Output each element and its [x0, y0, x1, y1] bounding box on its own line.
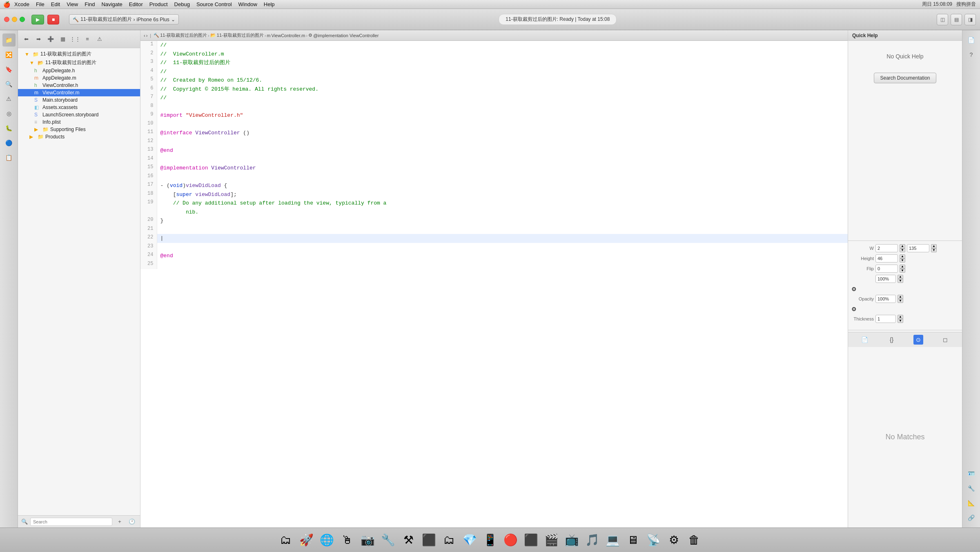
code-content[interactable]: // [157, 67, 848, 76]
menu-xcode[interactable]: Xcode [14, 1, 29, 7]
code-content[interactable]: // [157, 41, 848, 50]
percent1-input[interactable] [875, 275, 896, 283]
obj-lib-icon[interactable]: ⊙ [913, 335, 923, 345]
file-inspector-tab[interactable]: 📄 [965, 33, 978, 47]
code-content[interactable] [157, 138, 848, 147]
menu-source-control[interactable]: Source Control [196, 1, 232, 7]
log-navigator-tab[interactable]: 📋 [2, 151, 16, 164]
dock-app1[interactable]: 🗂 [440, 531, 459, 550]
menu-help[interactable]: Help [264, 1, 275, 7]
viewcontroller-m-item[interactable]: m ViewController.m [18, 89, 140, 96]
project-navigator-tab[interactable]: 📁 [2, 33, 16, 47]
percent1-step-up[interactable]: ▲ [898, 275, 903, 279]
run-button[interactable]: ▶ [31, 15, 44, 24]
breakpoint-navigator-tab[interactable]: 🔵 [2, 136, 16, 149]
project-root-item[interactable]: ▼ 📁 11-获取裁剪过后的图片 [18, 50, 140, 58]
code-content[interactable]: // 11-获取裁剪过后的图片 [157, 58, 848, 67]
height-input[interactable] [875, 254, 898, 263]
code-content[interactable]: // Copyright © 2015年 heima. All rights r… [157, 85, 848, 94]
opacity-step-down[interactable]: ▼ [898, 299, 903, 303]
breadcrumb-symbol[interactable]: @implementation ViewController [313, 33, 379, 38]
width-step-up[interactable]: ▲ [900, 244, 905, 248]
test-navigator-tab[interactable]: ◎ [2, 107, 16, 120]
opacity-step-up[interactable]: ▲ [898, 295, 903, 299]
width-val-step-down[interactable]: ▼ [931, 248, 937, 252]
debug-toggle[interactable]: ▤ [951, 14, 962, 25]
menu-navigate[interactable]: Navigate [101, 1, 122, 7]
code-content[interactable]: nib. [157, 208, 848, 217]
add-file-btn[interactable]: + [115, 517, 125, 527]
code-content[interactable]: // [157, 93, 848, 102]
flip-step-down[interactable]: ▼ [900, 269, 905, 273]
dock-launchpad[interactable]: 🚀 [297, 531, 316, 550]
main-storyboard-item[interactable]: S Main.storyboard [18, 96, 140, 104]
dock-trash[interactable]: 🗑 [685, 531, 704, 550]
debug-navigator-tab[interactable]: 🐛 [2, 122, 16, 135]
thickness-input[interactable] [875, 315, 896, 323]
dock-prefs[interactable]: ⚙ [664, 531, 683, 550]
dock-app3[interactable]: 🔴 [501, 531, 520, 550]
project-group-item[interactable]: ▼ 📂 11-获取裁剪过后的图片 [18, 58, 140, 67]
nav-filter-btn[interactable]: ≡ [82, 34, 92, 44]
code-content[interactable]: - (void)viewDidLoad { [157, 181, 848, 190]
nav-add-btn[interactable]: ➕ [46, 34, 56, 44]
minimize-button[interactable] [12, 17, 17, 22]
quick-help-tab[interactable]: ? [965, 48, 978, 61]
nav-fwd-arrow[interactable]: › [146, 33, 148, 38]
source-control-tab[interactable]: 🔀 [2, 48, 16, 61]
code-content[interactable] [157, 120, 848, 129]
symbol-navigator-tab[interactable]: 🔖 [2, 63, 16, 76]
nav-hierarchy-btn[interactable]: ⋮⋮ [70, 34, 80, 44]
search-documentation-button[interactable]: Search Documentation [874, 73, 936, 83]
breadcrumb-project[interactable]: 11-获取裁剪过后的图片 [160, 32, 207, 38]
maximize-button[interactable] [20, 17, 25, 22]
menu-editor[interactable]: Editor [129, 1, 143, 7]
thickness-step-down[interactable]: ▼ [898, 319, 903, 323]
nav-back-arrow[interactable]: ‹ [144, 33, 145, 38]
width-step-down[interactable]: ▼ [900, 248, 905, 252]
code-content[interactable] [157, 260, 848, 269]
size-inspector-tab[interactable]: 📐 [965, 496, 978, 510]
dock-terminal[interactable]: ⬛ [419, 531, 438, 550]
navigator-toggle[interactable]: ◫ [937, 14, 948, 25]
code-editor[interactable]: 1 // 2 // ViewController.m 3 // 11-获取裁剪过… [140, 41, 848, 528]
close-button[interactable] [4, 17, 9, 22]
menu-edit[interactable]: Edit [51, 1, 60, 7]
code-content[interactable]: // Created by Romeo on 15/12/6. [157, 76, 848, 85]
find-navigator-tab[interactable]: 🔍 [2, 78, 16, 91]
scheme-selector[interactable]: 🔨 11-获取裁剪过后的图片 › iPhone 6s Plus ⌄ [69, 14, 178, 24]
dock-media[interactable]: 🎬 [542, 531, 561, 550]
appdelegate-h-item[interactable]: h AppDelegate.h [18, 67, 140, 74]
code-content[interactable]: // Do any additional setup after loading… [157, 199, 848, 208]
navigator-search-input[interactable] [30, 518, 112, 526]
flip-step-up[interactable]: ▲ [900, 265, 905, 269]
dock-app5[interactable]: 💻 [603, 531, 622, 550]
menu-product[interactable]: Product [149, 1, 168, 7]
nav-back-btn[interactable]: ⬅ [21, 34, 31, 44]
dock-xcode[interactable]: ⚒ [399, 531, 418, 550]
menu-find[interactable]: Find [85, 1, 95, 7]
menu-view[interactable]: View [67, 1, 78, 7]
code-content[interactable] [157, 102, 848, 111]
dock-app2[interactable]: 📱 [481, 531, 499, 550]
code-lib-icon[interactable]: {} [887, 335, 897, 345]
code-content[interactable]: #import "ViewController.h" [157, 111, 848, 120]
nav-group-btn[interactable]: ▦ [58, 34, 68, 44]
width-val-step-up[interactable]: ▲ [931, 244, 937, 248]
input-method-display[interactable]: 搜狗拼音 [956, 1, 976, 8]
percent1-step-down[interactable]: ▼ [898, 279, 903, 283]
dock-mouse[interactable]: 🖱 [338, 531, 356, 550]
gear2-icon[interactable]: ⚙ [851, 306, 857, 312]
supporting-files-item[interactable]: ▶ 📁 Supporting Files [18, 126, 140, 133]
width-input[interactable] [875, 244, 898, 252]
menu-window[interactable]: Window [238, 1, 257, 7]
code-content[interactable]: @end [157, 146, 848, 155]
code-content[interactable] [157, 173, 848, 182]
viewcontroller-h-item[interactable]: h ViewController.h [18, 82, 140, 89]
code-content[interactable] [157, 225, 848, 234]
gear-icon[interactable]: ⚙ [851, 286, 857, 292]
code-content[interactable] [157, 243, 848, 252]
breadcrumb-file[interactable]: ViewController.m [272, 33, 305, 38]
flip-input[interactable] [875, 265, 898, 273]
dock-media3[interactable]: 🎵 [583, 531, 601, 550]
